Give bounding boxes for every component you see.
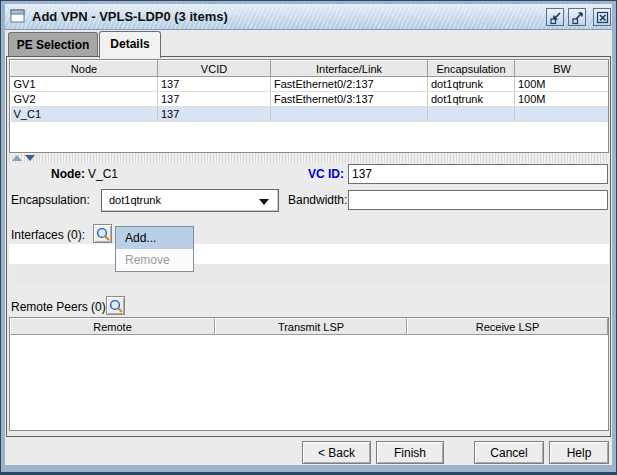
back-button[interactable]: < Back [302,441,371,464]
interfaces-lookup-button[interactable] [93,224,112,243]
dialog-client-area: Add VPN - VPLS-LDP0 (3 items) PE Selecti… [5,4,612,465]
cell-encapsulation[interactable]: dot1qtrunk [428,92,515,107]
col-header-interface-link[interactable]: Interface/Link [271,61,428,77]
col-header-vcid[interactable]: VCID [158,61,271,77]
menu-item-add[interactable]: Add... [116,227,193,249]
table-row-selected[interactable]: V_C1 137 [11,107,610,122]
interfaces-label: Interfaces (0): [11,228,85,242]
remote-peers-header-row: Remote Transmit LSP Receive LSP [10,318,608,335]
cell-vcid[interactable]: 137 [158,107,271,122]
close-icon[interactable] [593,8,611,26]
bandwidth-label: Bandwidth: [288,193,347,207]
cell-bw[interactable]: 100M [515,92,610,107]
encapsulation-value: dot1qtrunk [109,194,161,206]
interfaces-list-empty-row [9,244,609,264]
col-header-bw[interactable]: BW [515,61,610,77]
interfaces-list-footer [9,264,609,283]
minimize-icon[interactable] [546,8,564,26]
tab-details[interactable]: Details [99,31,161,58]
cell-interface[interactable]: FastEthernet0/2:137 [271,77,428,92]
finish-button[interactable]: Finish [376,441,444,464]
magnifier-icon [108,298,124,314]
col-header-transmit-lsp[interactable]: Transmit LSP [215,318,407,335]
cancel-button[interactable]: Cancel [474,441,544,464]
add-vpn-dialog: Add VPN - VPLS-LDP0 (3 items) PE Selecti… [0,0,617,475]
encapsulation-label: Encapsulation: [11,193,90,207]
cell-node[interactable]: GV2 [11,92,158,107]
cell-bw[interactable]: 100M [515,77,610,92]
interfaces-list-area[interactable] [9,244,609,283]
cell-interface[interactable]: FastEthernet0/3:137 [271,92,428,107]
split-pane-divider[interactable] [9,154,609,163]
col-header-remote[interactable]: Remote [10,318,215,335]
table-row[interactable]: GV2 137 FastEthernet0/3:137 dot1qtrunk 1… [11,92,610,107]
cell-vcid[interactable]: 137 [158,77,271,92]
pe-table: Node VCID Interface/Link Encapsulation B… [10,60,609,122]
col-header-receive-lsp[interactable]: Receive LSP [407,318,608,335]
vcid-input[interactable] [348,164,608,184]
pe-table-scrollpane[interactable]: Node VCID Interface/Link Encapsulation B… [9,59,609,153]
window-icon [10,9,26,24]
vcid-label: VC ID: [239,167,344,181]
help-button[interactable]: Help [549,441,609,464]
remote-peers-table[interactable]: Remote Transmit LSP Receive LSP [9,317,609,431]
remote-peers-lookup-button[interactable] [106,296,125,315]
triangle-down-icon[interactable] [25,155,35,161]
window-title: Add VPN - VPLS-LDP0 (3 items) [32,9,228,24]
table-row[interactable]: GV1 137 FastEthernet0/2:137 dot1qtrunk 1… [11,77,610,92]
details-form: Node: V_C1 VC ID: Encapsulation: dot1qtr… [9,164,609,436]
triangle-up-icon[interactable] [12,155,22,161]
bandwidth-input[interactable] [348,190,608,210]
remote-peers-label: Remote Peers (0): [11,300,109,314]
interfaces-context-menu: Add... Remove [115,226,194,272]
cell-encapsulation[interactable]: dot1qtrunk [428,77,515,92]
tab-pe-selection[interactable]: PE Selection [8,32,98,57]
cell-node[interactable]: V_C1 [11,107,158,122]
cell-node[interactable]: GV1 [11,77,158,92]
node-label: Node: [51,167,85,181]
encapsulation-select[interactable]: dot1qtrunk [101,189,279,212]
node-value: V_C1 [88,167,118,181]
cell-encapsulation[interactable] [428,107,515,122]
menu-item-remove[interactable]: Remove [116,249,193,271]
chevron-down-icon [259,199,269,205]
details-tab-pane: Node VCID Interface/Link Encapsulation B… [6,56,611,437]
cell-vcid[interactable]: 137 [158,92,271,107]
pe-table-header-row: Node VCID Interface/Link Encapsulation B… [11,61,610,77]
magnifier-icon [95,226,111,242]
col-header-encapsulation[interactable]: Encapsulation [428,61,515,77]
cell-bw[interactable] [515,107,610,122]
maximize-icon[interactable] [568,8,586,26]
cell-interface[interactable] [271,107,428,122]
col-header-node[interactable]: Node [11,61,158,77]
title-bar[interactable]: Add VPN - VPLS-LDP0 (3 items) [5,4,612,30]
